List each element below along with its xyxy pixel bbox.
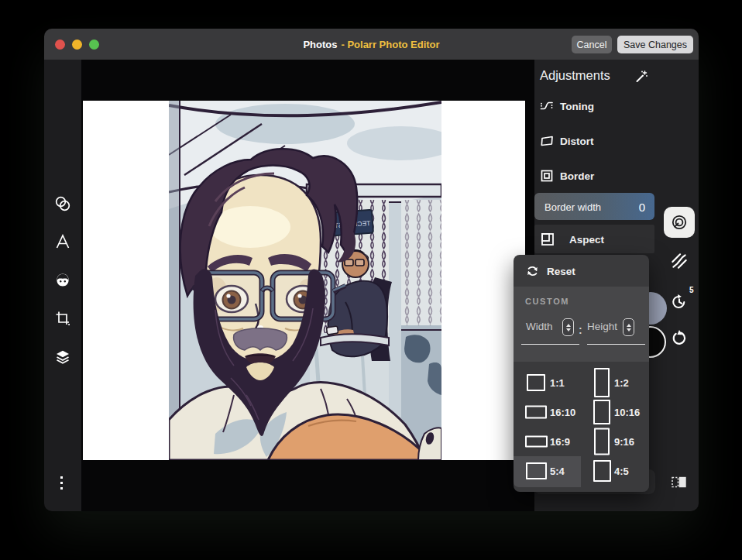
- compare-icon[interactable]: [664, 467, 695, 498]
- aspect-icon: [540, 232, 555, 247]
- panel-item-label: Border: [560, 170, 594, 182]
- ratio-row: 5:4 4:5: [514, 456, 649, 486]
- ratio-16-10-icon[interactable]: [525, 406, 547, 419]
- aspect-label: Aspect: [569, 233, 604, 245]
- custom-heading: CUSTOM: [525, 297, 569, 306]
- distort-icon: [540, 134, 554, 148]
- history-count-badge: 5: [689, 286, 694, 294]
- width-label: Width: [526, 321, 553, 332]
- border-width-slider[interactable]: Border width 0: [534, 193, 654, 220]
- filters-icon[interactable]: [53, 194, 72, 213]
- ratio-option[interactable]: 16:10: [550, 407, 575, 418]
- window-title-app: Photos: [303, 39, 337, 50]
- ratio-option[interactable]: 4:5: [614, 466, 629, 477]
- save-changes-button[interactable]: Save Changes: [617, 36, 693, 53]
- height-label: Height: [587, 321, 617, 332]
- ratio-option[interactable]: 1:2: [614, 377, 629, 389]
- aspect-button[interactable]: Aspect: [534, 225, 654, 253]
- reset-icon: [525, 263, 540, 278]
- crop-icon[interactable]: [53, 309, 72, 328]
- width-input[interactable]: [521, 344, 579, 345]
- editor-content: TECHMASTER: [44, 60, 699, 511]
- ratio-row: 16:10 10:16: [514, 397, 649, 427]
- ratio-10-16-icon[interactable]: [593, 400, 610, 424]
- ratio-option[interactable]: 1:1: [550, 377, 565, 389]
- face-icon[interactable]: [53, 270, 72, 289]
- ratio-1-1-icon[interactable]: [527, 374, 545, 391]
- ratio-1-2-icon[interactable]: [594, 368, 610, 397]
- ratio-separator: :: [579, 324, 582, 336]
- border-width-label: Border width: [544, 201, 601, 212]
- ratio-option[interactable]: 10:16: [614, 407, 640, 418]
- left-toolbar: [44, 60, 81, 511]
- panel-item-border[interactable]: Border: [534, 162, 654, 190]
- ratio-row: 1:1 1:2: [514, 368, 649, 397]
- window-title-editor: - Polarr Photo Editor: [341, 39, 439, 50]
- toning-curve-icon: [540, 99, 554, 113]
- panel-item-toning[interactable]: Toning: [534, 92, 654, 120]
- polarr-window: Photos - Polarr Photo Editor Cancel Save…: [44, 29, 699, 511]
- panel-item-label: Distort: [560, 136, 594, 147]
- aspect-popup: Reset CUSTOM Width : Height 1:: [514, 255, 649, 492]
- adjustments-title: Adjustments: [540, 68, 610, 83]
- photo-canvas: TECHMASTER: [83, 101, 525, 460]
- cancel-button[interactable]: Cancel: [572, 36, 612, 53]
- ratio-5-4-icon[interactable]: [526, 462, 547, 479]
- adjust-dial-button[interactable]: [664, 207, 695, 238]
- ratio-option[interactable]: 16:9: [550, 436, 570, 448]
- panel-item-label: Toning: [560, 101, 594, 112]
- panel-item-distort[interactable]: Distort: [534, 127, 654, 155]
- more-options-icon[interactable]: [60, 476, 63, 490]
- ratio-16-9-icon[interactable]: [525, 436, 548, 448]
- ratio-9-16-icon[interactable]: [594, 428, 610, 455]
- reset-button[interactable]: Reset: [514, 255, 649, 287]
- text-icon[interactable]: [53, 232, 72, 251]
- magic-wand-icon[interactable]: [634, 69, 649, 84]
- ratio-grid: 1:1 1:2 16:10 10:16 16:9 9:16: [514, 362, 649, 492]
- ratio-4-5-icon[interactable]: [593, 460, 611, 482]
- ratio-row: 16:9 9:16: [514, 427, 649, 456]
- ratio-option-selected[interactable]: 5:4: [550, 466, 565, 477]
- height-stepper[interactable]: [623, 318, 634, 336]
- border-icon: [540, 169, 554, 183]
- border-width-value: 0: [639, 200, 645, 213]
- redo-button[interactable]: [664, 324, 695, 355]
- ratio-option[interactable]: 9:16: [614, 436, 634, 448]
- brush-disabled-button[interactable]: [664, 246, 695, 277]
- width-stepper[interactable]: [562, 318, 574, 336]
- reset-label: Reset: [547, 265, 575, 277]
- custom-section: CUSTOM Width : Height: [514, 287, 649, 362]
- layers-icon[interactable]: [53, 348, 72, 366]
- height-input[interactable]: [587, 344, 645, 345]
- photo-image: TECHMASTER: [169, 101, 441, 460]
- titlebar: Photos - Polarr Photo Editor Cancel Save…: [44, 29, 699, 60]
- screen: Photos - Polarr Photo Editor Cancel Save…: [0, 0, 742, 560]
